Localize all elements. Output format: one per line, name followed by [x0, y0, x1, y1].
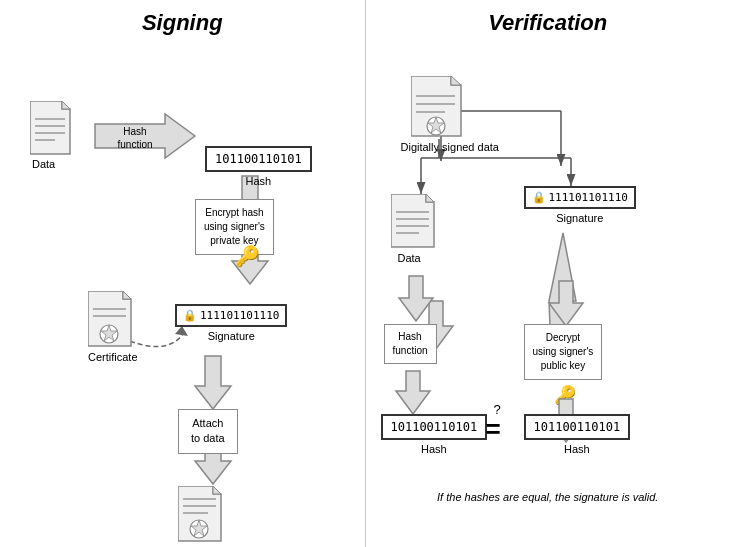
- hash-box: 101100110101 Hash: [205, 146, 312, 187]
- verification-title: Verification: [376, 10, 721, 36]
- sig-value-verif: 111101101110: [549, 191, 628, 204]
- hash-left-value: 101100110101: [381, 414, 488, 440]
- sig-box-signing: 🔒 111101101110 Signature: [175, 304, 287, 342]
- decrypt-label: Decryptusing signer'spublic key: [524, 324, 603, 380]
- hash-function-label: Hashfunction: [105, 125, 165, 151]
- attach-label: Attachto data: [178, 409, 238, 454]
- hash-right-label: Hash: [524, 443, 631, 455]
- svg-marker-15: [123, 291, 131, 299]
- hash-box-left: 101100110101 Hash: [381, 414, 488, 455]
- signing-panel: Signing: [0, 0, 365, 547]
- data-doc-verif: [391, 194, 439, 252]
- svg-marker-21: [213, 486, 221, 494]
- lock-icon: 🔒: [183, 309, 197, 322]
- svg-marker-35: [451, 76, 461, 85]
- hash-function-box: Hashfunction: [384, 324, 437, 364]
- svg-marker-9: [62, 101, 70, 109]
- sig-box-verif: 🔒 111101101110 Signature: [524, 186, 636, 224]
- equals-sign: =: [486, 414, 501, 445]
- key-icon: 🔑: [235, 244, 260, 268]
- signed-doc-verif: [411, 76, 466, 141]
- sig-label-verif: Signature: [524, 212, 636, 224]
- signing-content: Data Hashfunction 101100110101 Hash Encr…: [10, 46, 355, 547]
- data-label: Data: [32, 158, 55, 170]
- svg-marker-58: [396, 371, 430, 414]
- svg-marker-51: [426, 194, 434, 202]
- hash-left-label: Hash: [381, 443, 488, 455]
- hash-value: 101100110101: [205, 146, 312, 172]
- data-doc: [30, 101, 75, 159]
- main-container: Signing: [0, 0, 730, 547]
- cert-label: Certificate: [88, 351, 138, 363]
- question-mark: ?: [494, 402, 501, 417]
- svg-marker-6: [195, 356, 231, 409]
- hash-right-value: 101100110101: [524, 414, 631, 440]
- data-label-verif: Data: [398, 252, 421, 264]
- verification-panel: Verification: [366, 0, 731, 547]
- decrypt-box: Decryptusing signer'spublic key: [524, 324, 603, 380]
- signed-doc-signing: Digitally signed data: [178, 486, 276, 547]
- hash-label: Hash: [205, 175, 312, 187]
- lock-icon-verif: 🔒: [532, 191, 546, 204]
- attach-box: Attachto data: [178, 409, 238, 454]
- verification-content: Digitally signed data: [376, 46, 721, 547]
- svg-marker-48: [399, 276, 433, 321]
- svg-marker-49: [549, 281, 583, 326]
- valid-text: If the hashes are equal, the signature i…: [376, 491, 721, 503]
- signing-title: Signing: [10, 10, 355, 36]
- cert-doc: [88, 291, 136, 352]
- signed-data-label-verif: Digitally signed data: [401, 141, 499, 153]
- hash-box-right: 101100110101 Hash: [524, 414, 631, 455]
- valid-text-content: If the hashes are equal, the signature i…: [376, 491, 721, 503]
- sig-value: 111101101110: [200, 309, 279, 322]
- key-icon-verif: 🔑: [554, 384, 576, 406]
- sig-label: Signature: [175, 330, 287, 342]
